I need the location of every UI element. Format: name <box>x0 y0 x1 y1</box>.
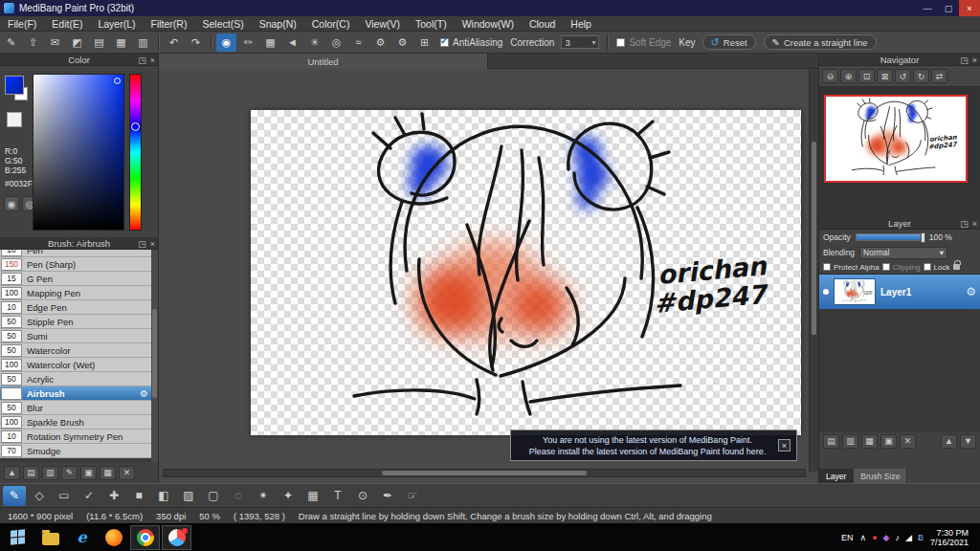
operation-tool[interactable]: ✦ <box>277 486 300 506</box>
brush-tool[interactable]: ✎ <box>3 486 26 506</box>
comment-icon[interactable]: ✉ <box>45 33 65 52</box>
opacity-slider[interactable] <box>856 233 924 241</box>
close-panel-icon[interactable]: × <box>972 219 977 229</box>
volume-icon[interactable]: ♪ <box>896 533 901 542</box>
snap-radial-icon[interactable]: ◎ <box>326 33 346 52</box>
tray-chevron-icon[interactable]: ∧ <box>860 533 867 542</box>
brush-item[interactable]: 100Mapping Pen <box>0 286 158 300</box>
soft-edge-checkbox[interactable]: Soft Edge <box>616 37 671 48</box>
firefox-icon[interactable] <box>99 525 128 550</box>
brush-item[interactable]: 10Edge Pen <box>0 300 158 315</box>
popout-icon[interactable]: ◳ <box>138 239 146 249</box>
brush-item[interactable]: 50Stipple Pen <box>0 315 158 329</box>
palette-icon[interactable]: ◩ <box>67 33 87 52</box>
gear-icon[interactable]: ⚙ <box>966 285 976 298</box>
clipping-checkbox[interactable] <box>882 263 890 271</box>
menu-item-snapn[interactable]: Snap(N) <box>252 16 304 32</box>
actual-size-icon[interactable]: ⊠ <box>877 69 893 83</box>
select-pen-tool[interactable]: ✓ <box>78 486 100 506</box>
language-indicator[interactable]: EN <box>841 533 854 542</box>
tray-app-red-icon[interactable]: ● <box>872 533 877 542</box>
maximize-button[interactable]: ▢ <box>938 0 959 16</box>
brush-item[interactable]: 100Airbrush⚙ <box>0 386 158 401</box>
document-canvas[interactable] <box>251 110 801 435</box>
snap-curve-icon[interactable]: ≈ <box>348 33 368 52</box>
brush-item[interactable]: 15G Pen <box>0 272 158 286</box>
move-tool[interactable]: ✚ <box>102 486 125 506</box>
popout-icon[interactable]: ◳ <box>960 219 969 229</box>
antialias-grid-icon[interactable]: ⊞ <box>414 33 434 52</box>
taskbar-clock[interactable]: 7:30 PM 7/16/2021 <box>930 528 972 547</box>
brush-copy-icon[interactable]: ▦ <box>100 466 116 480</box>
grid-icon[interactable]: ▦ <box>111 33 131 52</box>
sv-cursor[interactable] <box>114 77 121 84</box>
bluetooth-icon[interactable]: Ƀ <box>918 533 924 542</box>
layer-row[interactable]: Layer1⚙ <box>819 275 980 309</box>
navigator-thumbnail[interactable] <box>824 95 968 183</box>
document-tab[interactable]: Untitled <box>159 54 488 69</box>
eyedropper-tool[interactable]: ⊙ <box>351 486 374 506</box>
menu-item-colorc[interactable]: Color(C) <box>304 16 358 32</box>
brush-item[interactable]: 50Sumi <box>0 329 158 343</box>
internet-explorer-icon[interactable]: e <box>67 525 97 550</box>
menu-item-filef[interactable]: File(F) <box>0 16 44 32</box>
menu-item-toolt[interactable]: Tool(T) <box>408 16 455 32</box>
visibility-dot-icon[interactable] <box>823 289 829 295</box>
brush-item[interactable]: 70Smudge <box>0 444 158 458</box>
brush-item[interactable]: 50Blur <box>0 401 158 415</box>
brush-item[interactable]: 150Pen (Sharp) <box>0 257 158 272</box>
text-tool[interactable]: T <box>326 486 349 506</box>
brush-item[interactable]: 50Acrylic <box>0 372 158 386</box>
saturation-value-square[interactable] <box>33 74 124 231</box>
delete-layer-icon[interactable]: ✕ <box>900 434 916 449</box>
close-panel-icon[interactable]: × <box>972 55 977 65</box>
correction-select[interactable]: 3 ▾ <box>561 35 599 49</box>
magic-wand-tool[interactable]: ✴ <box>252 486 275 506</box>
fill-tool[interactable]: ■ <box>127 486 150 506</box>
close-panel-icon[interactable]: × <box>150 55 155 65</box>
close-button[interactable]: × <box>959 0 980 16</box>
gear-icon[interactable]: ⚙ <box>140 388 148 399</box>
brush-item[interactable]: 50Watercolor <box>0 343 158 358</box>
protect-alpha-checkbox[interactable] <box>823 263 831 271</box>
medibang-taskbar-icon[interactable] <box>162 525 191 550</box>
hue-cursor[interactable] <box>131 122 140 131</box>
brush-item[interactable]: 10Pen <box>0 250 158 257</box>
menu-item-windoww[interactable]: Window(W) <box>455 16 522 32</box>
brush-mode-icon[interactable]: ◉ <box>216 33 236 52</box>
delete-brush-icon[interactable]: ✕ <box>119 466 135 480</box>
snap-settings-icon[interactable]: ⚙ <box>370 33 390 52</box>
document-icon[interactable]: ▤ <box>89 33 109 52</box>
snap-parallel-icon[interactable]: ◄ <box>282 33 302 52</box>
notification-line2[interactable]: Please install the latest version of Med… <box>517 446 778 457</box>
move-layer-down-icon[interactable]: ▼ <box>960 434 976 449</box>
edit-brush-icon[interactable]: ✎ <box>61 466 78 480</box>
reset-view-icon[interactable]: ⇄ <box>931 69 947 83</box>
gradient-tool[interactable]: ▨ <box>177 486 200 506</box>
layer-folder-icon[interactable]: ▣ <box>880 434 897 449</box>
export-icon[interactable]: ⇧ <box>23 33 43 52</box>
zoom-out-icon[interactable]: ⊖ <box>822 69 838 83</box>
chrome-icon[interactable] <box>130 525 160 550</box>
snap-extra-icon[interactable]: ⚙ <box>392 33 412 52</box>
zoom-in-icon[interactable]: ⊕ <box>840 69 857 83</box>
tray-app-purple-icon[interactable]: ◆ <box>883 533 890 542</box>
pen-icon[interactable]: ✏ <box>238 33 258 52</box>
mesh-tool[interactable]: ▦ <box>301 486 324 506</box>
rotate-right-icon[interactable]: ↻ <box>913 69 929 83</box>
antialiasing-checkbox[interactable]: AntiAliasing <box>440 37 502 48</box>
canvas-area[interactable]: You are not using the latest version of … <box>159 69 818 483</box>
snap-grid-icon[interactable]: ▦ <box>260 33 280 52</box>
duplicate-brush-icon[interactable]: ▥ <box>42 466 58 480</box>
menu-item-viewv[interactable]: View(V) <box>357 16 408 32</box>
lock-checkbox[interactable] <box>924 263 931 271</box>
fit-window-icon[interactable]: ⊡ <box>858 69 875 83</box>
undo-icon[interactable]: ↶ <box>164 33 184 52</box>
menu-item-help[interactable]: Help <box>563 16 599 32</box>
blending-select[interactable]: Normal ▾ <box>859 247 947 259</box>
menu-item-layerl[interactable]: Layer(L) <box>90 16 143 32</box>
bucket-tool[interactable]: ◧ <box>152 486 175 506</box>
eraser-tool[interactable]: ◇ <box>28 486 51 506</box>
rotate-left-icon[interactable]: ↺ <box>895 69 911 83</box>
transparent-color-swatch[interactable] <box>7 112 22 127</box>
